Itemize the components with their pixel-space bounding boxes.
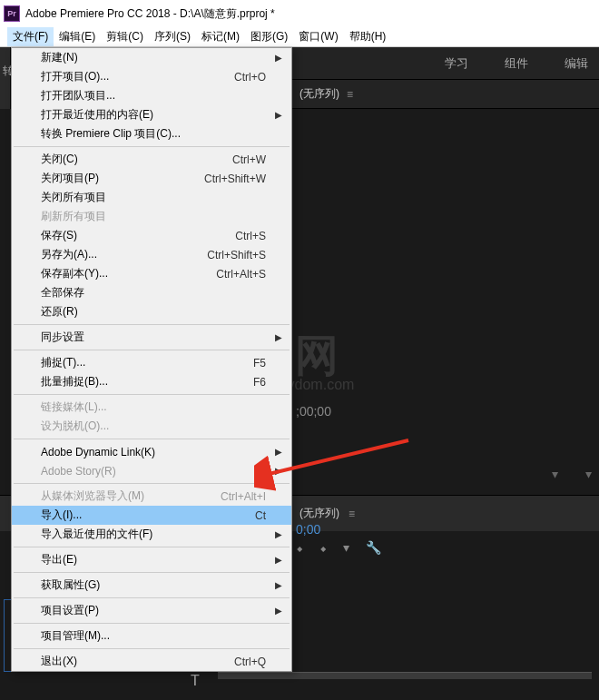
ws-tab-assembly[interactable]: 组件	[505, 55, 528, 72]
menu-shortcut: Ctrl+W	[232, 153, 266, 166]
menu-shortcut: Ctrl+Shift+S	[207, 249, 266, 261]
marker-icon[interactable]: ▾	[343, 540, 349, 555]
menu-shortcut: Ctrl+Alt+S	[216, 268, 266, 281]
menu-item-label: 同步设置	[41, 330, 266, 345]
menu-item-label: 退出(X)	[41, 654, 234, 669]
menu-item[interactable]: 同步设置▶	[12, 328, 291, 347]
timeline-toolbar: ⬥ ⬥ ▾ 🔧	[296, 540, 381, 555]
menu-item-label: 另存为(A)...	[41, 247, 207, 262]
timeline-title: (无序列)	[300, 506, 339, 521]
menu-item[interactable]: 关闭(C)Ctrl+W	[12, 150, 291, 169]
menu-item[interactable]: 导出(E)▶	[12, 550, 291, 569]
menu-item[interactable]: 导入(I)...Ct	[12, 506, 291, 525]
type-icon[interactable]: T	[191, 673, 200, 689]
timeline-menu-icon[interactable]: ≡	[349, 508, 355, 520]
menu-item[interactable]: 关闭所有项目	[12, 188, 291, 207]
menu-item[interactable]: 导入最近使用的文件(F)▶	[12, 525, 291, 544]
menu-window[interactable]: 窗口(W)	[293, 27, 343, 46]
menu-item[interactable]: 打开最近使用的内容(E)▶	[12, 105, 291, 124]
menu-item[interactable]: 新建(N)▶	[12, 48, 291, 67]
menu-shortcut: F6	[253, 376, 266, 389]
menu-item: 从媒体浏览器导入(M)Ctrl+Alt+I	[12, 487, 291, 506]
timecode-display: ;00;00	[296, 404, 331, 419]
menu-item: Adobe Story(R)▶	[12, 461, 291, 480]
menu-item-label: 关闭项目(P)	[41, 171, 204, 186]
menu-shortcut: F5	[253, 357, 266, 370]
menu-item-label: 批量捕捉(B)...	[41, 374, 253, 389]
menu-divider	[14, 483, 290, 484]
menu-item[interactable]: 项目设置(P)▶	[12, 601, 291, 620]
menu-item-label: 保存副本(Y)...	[41, 266, 216, 281]
menu-file[interactable]: 文件(F)	[7, 27, 54, 46]
menu-item[interactable]: 批量捕捉(B)...F6	[12, 372, 291, 391]
menubar: 文件(F) 编辑(E) 剪辑(C) 序列(S) 标记(M) 图形(G) 窗口(W…	[0, 27, 599, 47]
linked-icon[interactable]: ⬥	[319, 540, 327, 555]
menu-clip[interactable]: 剪辑(C)	[101, 27, 149, 46]
menu-item[interactable]: 还原(R)	[12, 302, 291, 321]
menu-item: 设为脱机(O)...	[12, 417, 291, 436]
menu-item[interactable]: 捕捉(T)...F5	[12, 353, 291, 372]
menu-item[interactable]: 打开团队项目...	[12, 86, 291, 105]
marker-in-icon[interactable]: ▾	[552, 467, 558, 481]
menu-item-label: 项目设置(P)	[41, 603, 266, 618]
menu-sequence[interactable]: 序列(S)	[149, 27, 196, 46]
menu-item[interactable]: 打开项目(O)...Ctrl+O	[12, 67, 291, 86]
menu-edit[interactable]: 编辑(E)	[54, 27, 101, 46]
menu-item[interactable]: Adobe Dynamic Link(K)▶	[12, 442, 291, 461]
menu-shortcut: Ctrl+O	[234, 71, 266, 84]
menu-item[interactable]: 全部保存	[12, 283, 291, 302]
menu-item[interactable]: 获取属性(G)▶	[12, 576, 291, 595]
menu-item[interactable]: 项目管理(M)...	[12, 626, 291, 646]
menu-marker[interactable]: 标记(M)	[196, 27, 245, 46]
menu-item[interactable]: 保存副本(Y)...Ctrl+Alt+S	[12, 264, 291, 283]
menu-item-label: 导出(E)	[41, 552, 266, 567]
menu-item: 刷新所有项目	[12, 207, 291, 226]
panel-menu-icon[interactable]: ≡	[347, 88, 353, 101]
menu-shortcut: Ctrl+Alt+I	[221, 490, 266, 503]
menu-item[interactable]: 转换 Premiere Clip 项目(C)...	[12, 124, 291, 143]
marker-out-icon[interactable]: ▾	[585, 467, 592, 481]
menu-help[interactable]: 帮助(H)	[344, 27, 392, 46]
menu-divider	[14, 623, 290, 624]
menu-shortcut: Ctrl+Q	[234, 656, 266, 668]
menu-item[interactable]: 关闭项目(P)Ctrl+Shift+W	[12, 169, 291, 188]
snap-icon[interactable]: ⬥	[296, 540, 303, 555]
menu-item-label: 刷新所有项目	[41, 209, 266, 224]
submenu-arrow-icon: ▶	[275, 332, 282, 342]
menu-shortcut: Ctrl+Shift+W	[204, 173, 266, 185]
ws-tab-learn[interactable]: 学习	[445, 55, 468, 72]
menu-divider	[14, 324, 290, 325]
window-title: Adobe Premiere Pro CC 2018 - D:\A\随意剪.pr…	[25, 6, 275, 22]
menu-item[interactable]: 另存为(A)...Ctrl+Shift+S	[12, 245, 291, 264]
menu-item: 链接媒体(L)...	[12, 398, 291, 417]
marker-bar: ▾ ▾	[381, 465, 592, 483]
menu-item-label: 获取属性(G)	[41, 577, 266, 593]
menu-item-label: Adobe Story(R)	[41, 465, 266, 478]
menu-shortcut: Ctrl+S	[235, 230, 266, 242]
menu-item-label: 导入最近使用的文件(F)	[41, 527, 266, 542]
menu-item-label: 捕捉(T)...	[41, 355, 253, 370]
menu-item-label: 打开团队项目...	[41, 88, 266, 104]
menu-item-label: Adobe Dynamic Link(K)	[41, 446, 266, 458]
menu-item-label: 打开项目(O)...	[41, 69, 234, 84]
menu-item-label: 设为脱机(O)...	[41, 419, 266, 434]
menu-item-label: 关闭(C)	[41, 152, 232, 167]
submenu-arrow-icon: ▶	[275, 447, 282, 457]
ws-tab-edit[interactable]: 编辑	[565, 55, 588, 72]
submenu-arrow-icon: ▶	[275, 466, 282, 476]
menu-divider	[14, 572, 290, 573]
menu-item[interactable]: 保存(S)Ctrl+S	[12, 226, 291, 245]
menu-divider	[14, 597, 290, 598]
menu-item-label: 还原(R)	[41, 304, 266, 320]
panel-title: (无序列)	[300, 86, 339, 102]
menu-item-label: 项目管理(M)...	[41, 628, 266, 644]
file-dropdown: 新建(N)▶打开项目(O)...Ctrl+O打开团队项目...打开最近使用的内容…	[11, 47, 292, 672]
menu-shortcut: Ct	[255, 509, 266, 522]
settings-icon[interactable]: 🔧	[366, 540, 381, 555]
submenu-arrow-icon: ▶	[275, 529, 282, 539]
menu-item[interactable]: 退出(X)Ctrl+Q	[12, 652, 291, 671]
titlebar: Pr Adobe Premiere Pro CC 2018 - D:\A\随意剪…	[0, 0, 599, 27]
submenu-arrow-icon: ▶	[275, 580, 282, 590]
menu-graphics[interactable]: 图形(G)	[245, 27, 293, 46]
timeline-track[interactable]	[218, 672, 592, 679]
